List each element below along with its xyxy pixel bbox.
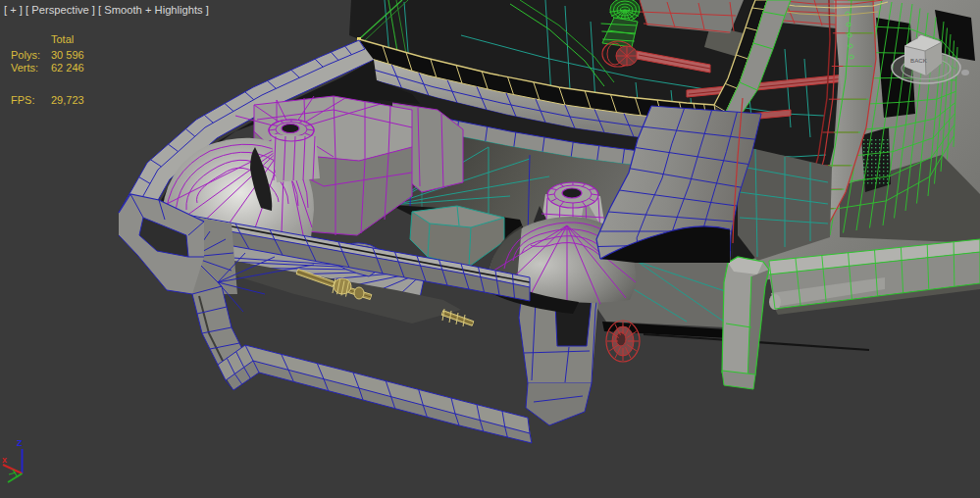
svg-text:Verts:: Verts:: [11, 62, 38, 74]
svg-text:30 596: 30 596: [51, 49, 84, 61]
svg-text:Polys:: Polys:: [11, 49, 40, 61]
svg-text:x: x: [2, 455, 7, 465]
svg-text:FPS:: FPS:: [11, 94, 34, 106]
svg-text:[ + ] [ Perspective ] [ Smooth: [ + ] [ Perspective ] [ Smooth + Highlig…: [4, 4, 209, 16]
svg-text:62 246: 62 246: [51, 62, 84, 74]
svg-text:Total: Total: [51, 33, 74, 45]
svg-text:29,723: 29,723: [51, 94, 84, 106]
svg-text:Z: Z: [17, 438, 23, 448]
svg-text:BACK: BACK: [910, 57, 928, 64]
